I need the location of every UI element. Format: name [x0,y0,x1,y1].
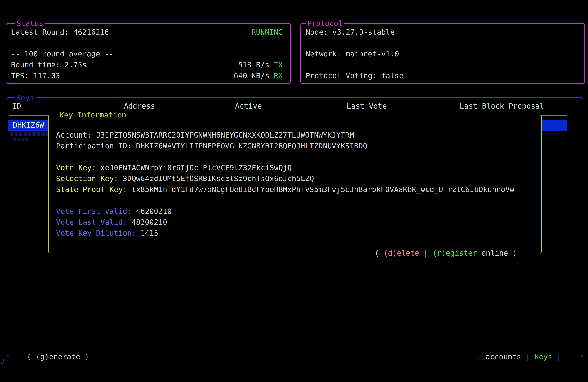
key-actions: ( (d)elete | (r)egister online ) [373,248,519,258]
status-row-tps: TPS: 117.03 640 KB/sRX [6,70,291,81]
tps-value: TPS: 117.03 [11,70,60,81]
vote-key-dilution-value: 1415 [141,229,158,237]
status-row-blank [6,38,291,48]
selected-row-dim-description [10,132,53,136]
selected-key-id: DHKIZ6W [13,121,44,129]
column-header-active: Active [235,101,262,111]
participation-id-value: Participation ID: DHKIZ6WAVTYLIIPNFPEOVG… [56,142,367,150]
tx-rate-group: 518 B/sTX [238,59,283,70]
vote-key-value: xeJ0ENIACWNrpYi0r6IjOc_PlcVCE9lZ32EkciSw… [101,163,292,172]
protocol-row-network: Network: mainnet-v1.0 [301,48,585,59]
vote-first-valid-label: Vote First Valid: [56,207,132,215]
vote-first-valid-value: 46200210 [136,207,172,215]
status-row-latest-round: Latest Round: 46216216 RUNNING [6,27,291,38]
actions-paren-close: ) [513,249,517,257]
rx-rate-unit: RX [274,71,283,80]
protocol-row-voting: Protocol Voting: false [301,70,585,81]
selection-key-label: Selection Key: [56,174,118,183]
column-header-last-vote: Last Vote [347,101,387,111]
key-information-title: Key Information [58,109,128,120]
vote-first-valid-line: Vote First Valid: 46200210 [56,206,536,217]
selected-row-dim-description-2 [13,138,29,141]
vote-key-dilution-line: Vote Key Dilution: 1415 [56,228,536,238]
tab-accounts[interactable]: accounts [485,352,521,361]
vote-key-label: Vote Key: [56,163,96,172]
state-proof-key-line: State Proof Key: tx85kM1h-dY1Fd7w7oNCgFU… [56,184,536,195]
protocol-row-blank1 [301,38,585,48]
protocol-row-blank2 [301,59,585,70]
protocol-panel: Protocol Node: v3.27.0-stable Network: m… [300,23,585,84]
blank-line-2 [56,195,536,206]
participation-id-line: Participation ID: DHKIZ6WAVTYLIIPNFPEOVG… [56,140,536,151]
actions-separator: | [423,249,428,257]
view-nav: | accounts | keys | [475,351,563,362]
blank-line-1 [56,151,536,162]
rx-rate-value: 640 KB/s [234,71,269,80]
vote-last-valid-label: Vote Last Valid: [56,218,127,226]
round-average-heading: -- 100 round average -- [11,48,113,59]
nav-separator-3: | [557,352,561,361]
status-panel-title: Status [15,18,45,29]
status-row-average-heading: -- 100 round average -- [6,48,291,59]
column-header-address: Address [124,101,155,111]
node-state-badge: RUNNING [252,27,283,38]
protocol-panel-title: Protocol [306,18,344,29]
vote-key-dilution-label: Vote Key Dilution: [56,229,136,237]
rx-rate-group: 640 KB/sRX [234,70,283,81]
account-value: Account: J3JPZTQ5NSW3TARRC2QIYPGNWNH6NEY… [56,131,354,139]
register-online-suffix: online [482,249,508,257]
status-row-round-time: Round time: 2.75s 518 B/sTX [6,59,291,70]
key-information-dialog: Key Information Account: J3JPZTQ5NSW3TAR… [48,115,542,254]
column-header-last-block-proposal: Last Block Proposal [460,101,544,111]
protocol-voting-value: Protocol Voting: false [306,70,403,81]
register-online-action[interactable]: (r)egister [432,249,477,257]
nav-separator-2: | [525,352,530,361]
state-proof-key-label: State Proof Key: [56,185,127,194]
actions-paren-open: ( [375,249,379,257]
delete-action[interactable]: (d)elete [384,249,419,257]
vote-last-valid-value: 48200210 [132,218,167,226]
generate-button[interactable]: ( (g)enerate ) [25,351,91,362]
network-name: Network: mainnet-v1.0 [306,48,399,59]
selection-key-value: 3DQw64zdIUMt5EfOSRBIKsczlSz9chTsOx6oJch5… [123,174,314,183]
status-panel: Status Latest Round: 46216216 RUNNING --… [6,23,291,84]
column-header-id: ID [12,101,21,111]
selection-key-line: Selection Key: 3DQw64zdIUMt5EfOSRBIKsczl… [56,173,536,184]
tab-keys[interactable]: keys [535,352,552,361]
vote-key-line: Vote Key: xeJ0ENIACWNrpYi0r6IjOc_PlcVCE9… [56,162,536,173]
tx-rate-unit: TX [274,61,283,69]
nav-separator-1: | [477,352,481,361]
round-time-value: Round time: 2.75s [11,59,87,70]
state-proof-key-value: tx85kM1h-dY1Fd7w7oNCgFUeUiBdFYoeH8MxPhTv… [132,185,514,194]
vote-last-valid-line: Vote Last Valid: 48200210 [56,217,536,228]
account-line: Account: J3JPZTQ5NSW3TARRC2QIYPGNWNH6NEY… [56,129,536,140]
stray-border-corner-glyph: ╯ [1,358,6,369]
tx-rate-value: 518 B/s [238,61,269,69]
